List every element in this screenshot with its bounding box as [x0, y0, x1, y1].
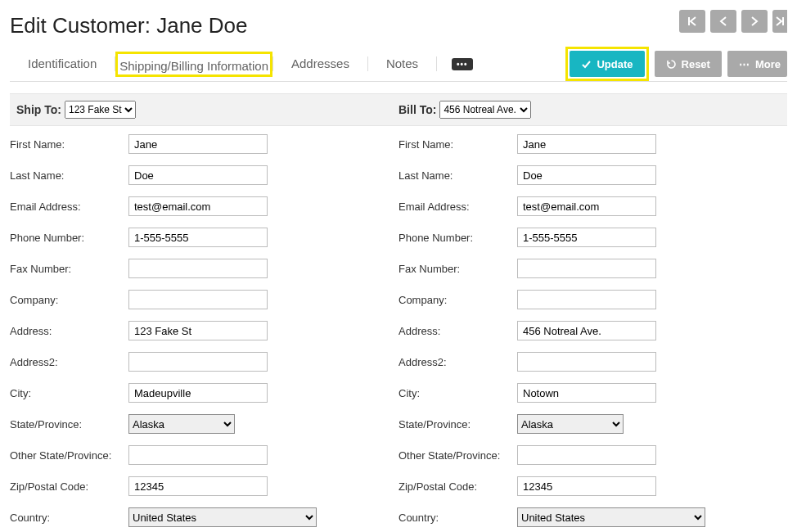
- ship-first-name-label: First Name:: [10, 138, 128, 151]
- bill-company-input[interactable]: [517, 290, 656, 309]
- ship-state-select[interactable]: Alaska: [128, 414, 235, 434]
- bill-zip-label: Zip/Postal Code:: [398, 480, 517, 493]
- bill-zip-input[interactable]: [517, 476, 656, 496]
- ship-city-input[interactable]: [128, 383, 268, 403]
- bill-country-label: Country:: [398, 512, 517, 524]
- bill-address2-input[interactable]: [517, 352, 656, 372]
- pager-first-button[interactable]: [679, 10, 705, 33]
- tab-shipping-billing-label: Shipping/Billing Information: [119, 59, 268, 73]
- bill-address2-label: Address2:: [398, 356, 517, 368]
- ship-state-label: State/Province:: [10, 418, 128, 431]
- pager-controls: [679, 10, 787, 33]
- ship-fax-input[interactable]: [128, 259, 268, 278]
- tab-identification[interactable]: Identification: [10, 48, 115, 80]
- bill-address-input[interactable]: [517, 321, 656, 340]
- more-button-label: More: [755, 58, 781, 70]
- ship-address-label: Address:: [10, 325, 128, 337]
- ship-to-select[interactable]: 123 Fake St: [65, 101, 136, 119]
- tab-addresses[interactable]: Addresses: [273, 48, 367, 80]
- ship-phone-label: Phone Number:: [10, 232, 128, 244]
- pager-next-button[interactable]: [741, 10, 768, 33]
- reset-button-label: Reset: [682, 58, 710, 70]
- bill-country-select[interactable]: United States: [517, 507, 705, 527]
- bill-last-name-input[interactable]: [517, 165, 656, 185]
- more-button[interactable]: ⋯ More: [727, 51, 787, 77]
- tab-separator: [436, 56, 437, 71]
- bill-phone-label: Phone Number:: [398, 232, 517, 244]
- bill-to-label: Bill To:: [398, 103, 436, 116]
- tab-shipping-billing[interactable]: Shipping/Billing Information: [115, 52, 272, 77]
- ship-first-name-input[interactable]: [128, 134, 268, 154]
- bill-to-form: First Name: Last Name: Email Address: Ph…: [398, 134, 787, 532]
- bill-last-name-label: Last Name:: [398, 169, 517, 182]
- bill-fax-input[interactable]: [517, 259, 656, 278]
- reset-button[interactable]: Reset: [655, 51, 722, 77]
- bill-other-state-input[interactable]: [517, 445, 656, 465]
- ship-to-form: First Name: Last Name: Email Address: Ph…: [10, 134, 398, 532]
- bill-phone-input[interactable]: [517, 228, 656, 247]
- section-header: Ship To: 123 Fake St Bill To: 456 Notrea…: [10, 93, 787, 126]
- tab-notes[interactable]: Notes: [368, 48, 436, 80]
- ship-city-label: City:: [10, 387, 128, 399]
- tab-bar: Identification Shipping/Billing Informat…: [10, 48, 473, 80]
- check-icon: [581, 59, 592, 70]
- bill-first-name-label: First Name:: [398, 138, 517, 151]
- more-icon: ⋯: [739, 58, 750, 70]
- ship-zip-label: Zip/Postal Code:: [10, 480, 128, 493]
- bill-to-select[interactable]: 456 Notreal Ave.: [439, 101, 531, 119]
- bill-company-label: Company:: [398, 294, 517, 306]
- bill-state-select[interactable]: Alaska: [517, 414, 624, 434]
- ship-other-state-input[interactable]: [128, 445, 268, 465]
- bill-state-label: State/Province:: [398, 418, 517, 431]
- ship-company-input[interactable]: [128, 290, 268, 309]
- reset-icon: [666, 59, 677, 70]
- bill-first-name-input[interactable]: [517, 134, 656, 154]
- ship-address2-label: Address2:: [10, 356, 128, 368]
- bill-other-state-label: Other State/Province:: [398, 449, 517, 462]
- pager-prev-button[interactable]: [710, 10, 736, 33]
- ship-zip-input[interactable]: [128, 476, 268, 496]
- bill-city-label: City:: [398, 387, 517, 399]
- ship-address2-input[interactable]: [128, 352, 268, 372]
- ship-email-input[interactable]: [128, 196, 268, 216]
- ship-country-select[interactable]: United States: [128, 507, 317, 527]
- ship-address-input[interactable]: [128, 321, 268, 340]
- bill-fax-label: Fax Number:: [398, 263, 517, 275]
- update-button[interactable]: Update: [570, 51, 644, 77]
- ship-email-label: Email Address:: [10, 201, 128, 213]
- ship-country-label: Country:: [10, 512, 128, 524]
- update-highlight: Update: [565, 47, 648, 81]
- bill-email-label: Email Address:: [398, 201, 517, 213]
- page-title: Edit Customer: Jane Doe: [10, 13, 247, 38]
- ship-fax-label: Fax Number:: [10, 263, 128, 275]
- ship-phone-input[interactable]: [128, 228, 268, 247]
- bill-email-input[interactable]: [517, 196, 656, 216]
- tab-more-icon[interactable]: •••: [452, 58, 473, 70]
- ship-last-name-input[interactable]: [128, 165, 268, 185]
- ship-company-label: Company:: [10, 294, 128, 306]
- update-button-label: Update: [597, 58, 633, 70]
- pager-last-button[interactable]: [772, 10, 787, 33]
- ship-last-name-label: Last Name:: [10, 169, 128, 182]
- ship-to-label: Ship To:: [16, 103, 61, 116]
- bill-address-label: Address:: [398, 325, 517, 337]
- ship-other-state-label: Other State/Province:: [10, 449, 128, 462]
- bill-city-input[interactable]: [517, 383, 656, 403]
- action-buttons: Update Reset ⋯ More: [565, 47, 787, 81]
